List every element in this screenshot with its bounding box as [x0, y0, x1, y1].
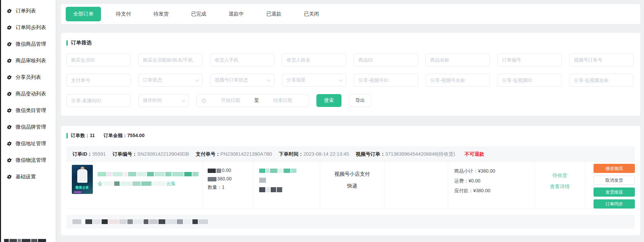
shipment-push-button[interactable]: 发货推送	[594, 188, 635, 197]
payment-number-value: PN230814221390A7B0	[221, 151, 272, 157]
select-placeholder: 视频号订单状态	[215, 77, 248, 83]
buyer-nickname-input[interactable]	[138, 53, 203, 66]
sidebar-item-product-review[interactable]: 商品审核列表	[1, 52, 56, 69]
tab-pending-payment[interactable]: 待支付	[108, 7, 139, 21]
sidebar-item-label: 分享员列表	[16, 74, 41, 81]
share-scene-select[interactable]: 分享场景	[282, 74, 346, 87]
sidebar-item-label: 商品审核列表	[16, 58, 46, 64]
redacted-buyer-line-2	[259, 177, 317, 182]
filter-title-text: 订单筛选	[71, 40, 92, 46]
shipping-fee-label: 运费：	[454, 178, 469, 183]
sidebar-item-sharer-list[interactable]: 分享员列表	[1, 69, 56, 86]
chevron-down-icon	[182, 98, 185, 102]
redacted-product-subtitle: 会云集	[98, 180, 199, 185]
chevron-down-icon	[267, 78, 271, 82]
buyer-cell	[254, 162, 320, 208]
order-summary-bar: 订单数：11 订单金额：7554.00	[66, 133, 635, 139]
sidebar-item-label: 微信物流管理	[16, 157, 46, 163]
gear-icon	[7, 8, 12, 14]
order-card: 订单ID：35591 订单编号：SN23081422139040DB 支付单号：…	[66, 146, 635, 209]
cancel-shipment-button[interactable]: 取消发货	[594, 176, 635, 185]
order-status-select[interactable]: 订单状态	[138, 74, 203, 87]
redacted-footer-fragment	[4, 238, 47, 242]
modify-logistics-button[interactable]: 修改物流	[594, 164, 635, 173]
share-short-video-name-input[interactable]	[569, 74, 633, 87]
main-content: 全部订单 待支付 待发货 已完成 退款中 已退款 已关闭 订单筛选 订单状态	[61, 0, 640, 235]
order-number-input[interactable]	[497, 53, 562, 66]
sidebar-item-label: 商品变动列表	[16, 91, 46, 97]
payable-total-label: 应付款：	[454, 188, 473, 193]
share-channels-name-input[interactable]	[425, 74, 490, 87]
share-live-room-id-input[interactable]	[66, 94, 131, 107]
sidebar-item-label: 基础设置	[16, 174, 36, 180]
sidebar-item-wechat-category[interactable]: 微信类目管理	[1, 102, 56, 119]
tab-pending-shipment[interactable]: 待发货	[146, 7, 176, 21]
sidebar-item-product-change[interactable]: 商品变动列表	[1, 86, 56, 102]
sidebar-item-basic-settings[interactable]: 基础设置	[1, 169, 56, 185]
payment-number-input[interactable]	[66, 74, 131, 87]
next-order-card-clipped	[66, 215, 635, 228]
payable-total-value: ¥380.00	[473, 188, 491, 193]
sidebar-item-wechat-brand[interactable]: 微信品牌管理	[1, 119, 56, 135]
tab-refunded[interactable]: 已退款	[259, 7, 289, 21]
tab-refunding[interactable]: 退款中	[221, 7, 251, 21]
unit-price-visible: 0.00	[222, 168, 231, 173]
select-placeholder: 分享场景	[287, 77, 306, 83]
receiver-name-input[interactable]	[282, 53, 346, 66]
sidebar-item-label: 微信地址管理	[16, 140, 46, 147]
shipping-fee-value: ¥0.00	[469, 178, 480, 183]
search-button[interactable]: 搜索	[316, 94, 341, 107]
gear-icon	[7, 125, 12, 130]
sidebar-item-label: 订单列表	[16, 8, 36, 14]
order-id-label: 订单ID：	[72, 151, 92, 157]
subtotal-label: 商品小计：	[454, 168, 478, 174]
poster-accent	[74, 192, 81, 193]
order-time: 下单时间：2023-08-14 22:13:45	[279, 151, 349, 157]
operation-time-select[interactable]: 操作时间	[138, 94, 189, 107]
poster-figure	[77, 169, 87, 183]
order-status-tabs: 全部订单 待支付 待发货 已完成 退款中 已退款 已关闭	[61, 4, 640, 24]
price-quantity-cell: 0.00 380.00 数量：1	[203, 162, 254, 208]
sidebar-item-order-list[interactable]: 订单列表	[1, 3, 56, 19]
share-channels-id-input[interactable]	[354, 74, 418, 87]
filter-row-2: 订单状态 视频号订单状态 分享场景	[66, 74, 635, 87]
channels-order-status-select[interactable]: 视频号订单状态	[210, 74, 274, 87]
buyer-member-id-input[interactable]	[66, 53, 131, 66]
end-date-placeholder: 结束日期	[261, 97, 305, 104]
select-placeholder: 操作时间	[143, 97, 162, 104]
channels-order-number-input[interactable]	[569, 53, 633, 66]
product-name-input[interactable]	[425, 53, 490, 66]
date-range-picker[interactable]: 开始日期 至 结束日期	[196, 94, 309, 107]
chevron-down-icon	[195, 78, 199, 82]
order-time-label: 下单时间：	[279, 151, 304, 157]
gear-icon	[7, 158, 12, 163]
redacted-order-meta-header	[66, 215, 635, 228]
view-detail-link[interactable]: 查看详情	[550, 183, 570, 190]
unit-price-line: 0.00	[208, 168, 251, 173]
share-short-video-id-input[interactable]	[497, 74, 562, 87]
export-button[interactable]: 导出	[349, 94, 371, 107]
gear-icon	[7, 108, 12, 113]
sidebar-item-wechat-address[interactable]: 微信地址管理	[1, 135, 56, 152]
product-id-input[interactable]	[354, 53, 418, 66]
order-sync-button[interactable]: 订单同步	[594, 199, 635, 208]
sidebar-item-wechat-logistics[interactable]: 微信物流管理	[1, 152, 56, 169]
subtotal-line: 商品小计：¥380.00	[454, 168, 532, 174]
order-list-panel: 订单数：11 订单金额：7554.00 订单ID：35591 订单编号：SN23…	[61, 126, 640, 235]
section-accent-bar	[66, 40, 68, 46]
poster-caption: 慧美之夜	[72, 185, 93, 190]
payable-line: 380.00	[208, 176, 251, 181]
tab-closed[interactable]: 已关闭	[296, 7, 327, 21]
receiver-phone-input[interactable]	[210, 53, 274, 66]
clock-icon	[201, 98, 206, 103]
gear-icon	[7, 75, 12, 80]
select-placeholder: 订单状态	[143, 77, 162, 83]
gear-icon	[7, 42, 12, 47]
order-amount: 订单金额：7554.00	[104, 133, 145, 139]
order-count-value: 11	[90, 133, 95, 138]
sidebar-item-order-sync-list[interactable]: 订单同步列表	[1, 19, 56, 36]
tab-completed[interactable]: 已完成	[184, 7, 214, 21]
sidebar-item-wechat-product[interactable]: 微信商品管理	[1, 36, 56, 52]
tab-all-orders[interactable]: 全部订单	[66, 7, 101, 21]
gear-icon	[7, 58, 12, 63]
